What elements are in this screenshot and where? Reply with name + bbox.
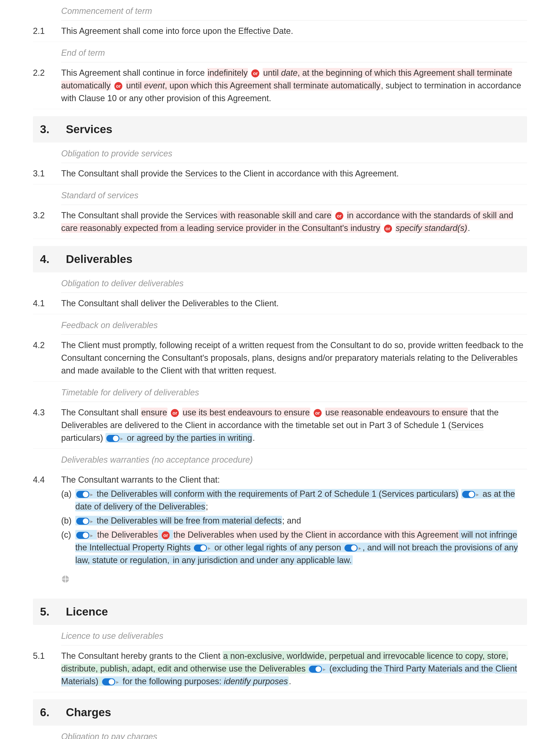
sub-clause-c: (c) ▸ the Deliverables or the Deliverabl…	[61, 529, 527, 567]
or-badge[interactable]: or	[114, 82, 122, 90]
defined-term-third-party-materials: Third Party Materials	[384, 664, 462, 674]
text: and made available to the Client with th…	[61, 366, 276, 376]
option-deliverables-plain[interactable]: the Deliverables	[97, 530, 158, 540]
clause-heading-licence-use: Licence to use deliverables	[61, 625, 527, 645]
chevron-right-icon: ▸	[116, 678, 119, 686]
text: This Agreement shall continue in force	[61, 68, 207, 78]
or-badge[interactable]: or	[171, 409, 179, 417]
text: will be free from material defects	[157, 516, 282, 526]
defined-term-deliverables: Deliverables	[259, 664, 306, 674]
sub-label: (b)	[61, 514, 75, 527]
text: the	[97, 530, 111, 540]
clause-heading-obligation-services: Obligation to provide services	[61, 143, 527, 163]
toggle-switch[interactable]: ▸	[76, 532, 93, 539]
text: to the Client in accordance with this Ag…	[218, 169, 399, 178]
option-conform-requirements[interactable]: ▸ the Deliverables will conform with the…	[75, 489, 459, 499]
text: The Consultant shall provide the	[61, 210, 185, 220]
option-purposes[interactable]: ▸ for the following purposes: identify p…	[101, 677, 288, 686]
toggle-switch[interactable]: ▸	[194, 544, 211, 552]
section-number: 6.	[40, 704, 63, 721]
defined-term-deliverables: Deliverables	[471, 353, 518, 363]
option-free-defects[interactable]: ▸ the Deliverables will be free from mat…	[75, 516, 282, 526]
option-best-endeavours[interactable]: use its best endeavours to ensure	[182, 408, 310, 417]
svg-rect-2	[62, 579, 69, 580]
option-deliverables-when-used[interactable]: the Deliverables when used by the Client…	[173, 530, 459, 540]
clause-heading-obligation-deliver: Obligation to deliver deliverables	[61, 272, 527, 293]
or-badge[interactable]: or	[251, 69, 259, 78]
or-badge[interactable]: or	[384, 225, 392, 233]
defined-term-deliverables: Deliverables	[61, 420, 108, 430]
clause-body: The Consultant shall deliver the Deliver…	[61, 297, 527, 310]
text: The Consultant shall provide the	[61, 169, 185, 178]
option-reasonable-skill[interactable]: with reasonable skill and care	[218, 210, 332, 220]
chevron-right-icon: ▸	[208, 544, 211, 552]
clause-body: The Consultant shall provide the Service…	[61, 209, 527, 235]
clause-2-1: 2.1 This Agreement shall come into force…	[33, 20, 527, 42]
defined-term-services: Services	[451, 420, 483, 430]
toggle-switch[interactable]: ▸	[462, 491, 479, 498]
option-ensure[interactable]: ensure	[141, 408, 167, 417]
chevron-right-icon: ▸	[476, 491, 479, 498]
option-indefinitely[interactable]: indefinitely	[207, 68, 248, 78]
defined-term-services: Services	[185, 169, 218, 178]
option-other-legal-rights[interactable]: ▸ or other legal rights	[193, 543, 287, 552]
sub-body: ▸ the Deliverables will conform with the…	[75, 487, 527, 513]
or-badge[interactable]: or	[314, 409, 322, 417]
sub-label: (a)	[61, 487, 75, 513]
sub-clause-b: (b) ▸ the Deliverables will be free from…	[61, 514, 527, 527]
option-until-event[interactable]: until event, upon which this Agreement s…	[126, 81, 381, 90]
section-5-header: 5. Licence	[33, 599, 527, 625]
toggle-switch[interactable]: ▸	[102, 678, 119, 686]
toggle-switch[interactable]: ▸	[344, 544, 361, 552]
text: The Consultant shall	[61, 408, 141, 417]
chevron-right-icon: ▸	[323, 666, 326, 673]
text: for the following purposes:	[120, 677, 224, 686]
option-reasonable-endeavours[interactable]: use reasonable endeavours to ensure	[325, 408, 468, 417]
clause-3-2: 3.2 The Consultant shall provide the Ser…	[33, 205, 527, 239]
toggle-switch[interactable]: ▸	[76, 491, 93, 498]
clause-4-3: 4.3 The Consultant shall ensure or use i…	[33, 402, 527, 449]
section-title: Deliverables	[66, 251, 132, 268]
section-3-header: 3. Services	[33, 116, 527, 143]
sub-clause-a: (a) ▸ the Deliverables will conform with…	[61, 487, 527, 513]
text: when used by the Client in accordance wi…	[234, 530, 458, 540]
chevron-right-icon: ▸	[90, 532, 93, 539]
or-badge[interactable]: or	[335, 212, 343, 220]
clause-heading-standard-services: Standard of services	[61, 184, 527, 205]
text: will conform with the requirements of Pa…	[157, 489, 458, 499]
toggle-switch[interactable]: ▸	[76, 518, 93, 525]
clause-body: This Agreement shall continue in force i…	[61, 66, 527, 105]
clause-5-1: 5.1 The Consultant hereby grants to the …	[33, 645, 527, 692]
sub-body: ▸ the Deliverables will be free from mat…	[75, 514, 527, 527]
text: , upon which this Agreement shall termin…	[165, 81, 380, 90]
clause-heading-obligation-pay: Obligation to pay charges	[61, 726, 527, 739]
text: particulars)	[61, 433, 103, 443]
option-infringe-wrapper[interactable]: ▸ the Deliverables or the Deliverables w…	[75, 530, 518, 565]
or-badge[interactable]: or	[162, 531, 170, 539]
text: the	[173, 530, 187, 540]
clause-3-1: 3.1 The Consultant shall provide the Ser…	[33, 163, 527, 184]
toggle-switch[interactable]: ▸	[106, 435, 123, 442]
target-icon[interactable]	[61, 571, 527, 592]
defined-term-services: Services	[185, 210, 218, 220]
defined-term-deliverables: Deliverables	[182, 298, 229, 308]
clause-body: The Client must promptly, following rece…	[61, 339, 527, 377]
defined-term-deliverables: Deliverables	[159, 502, 205, 511]
section-number: 5.	[40, 603, 63, 620]
text: This Agreement shall come into force upo…	[61, 26, 238, 36]
text: .	[253, 433, 255, 443]
text: until	[126, 81, 144, 90]
option-agreed-writing[interactable]: ▸ or agreed by the parties in writing	[105, 433, 253, 443]
clause-number: 3.2	[33, 209, 61, 235]
clause-number: 5.1	[33, 649, 61, 688]
placeholder-date: date	[281, 68, 298, 78]
option-jurisdiction[interactable]: in any jurisdiction and under any applic…	[170, 555, 352, 565]
clause-number: 3.1	[33, 167, 61, 180]
clause-4-2: 4.2 The Client must promptly, following …	[33, 335, 527, 382]
section-number: 3.	[40, 121, 63, 138]
clause-2-2: 2.2 This Agreement shall continue in for…	[33, 62, 527, 109]
option-specify-standard[interactable]: specify standard(s)	[395, 223, 468, 233]
toggle-switch[interactable]: ▸	[309, 666, 326, 673]
placeholder-event: event	[144, 81, 165, 90]
chevron-right-icon: ▸	[359, 544, 361, 552]
